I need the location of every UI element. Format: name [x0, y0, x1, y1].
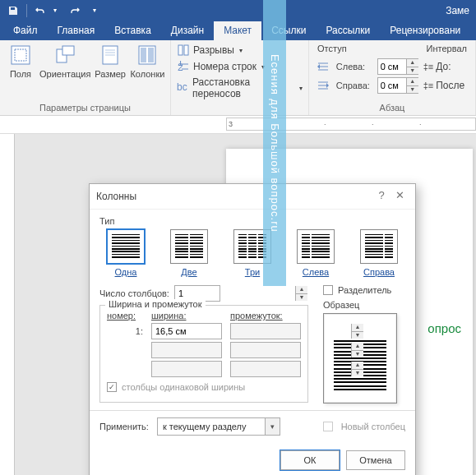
spacing-before-label: ‡≡ До: [423, 61, 467, 72]
separator-checkbox[interactable] [323, 285, 333, 295]
columns-dialog: Колонны ? ✕ Тип Одна Две Три Слева Справ… [89, 183, 416, 475]
tab-insert[interactable]: Вставка [104, 21, 161, 40]
svg-rect-6 [141, 48, 146, 62]
spacing-label: Интервал [427, 44, 467, 53]
preset-one[interactable]: Одна [103, 229, 149, 277]
margins-button[interactable]: Поля [3, 42, 38, 101]
spacing-after-label: ‡≡ После [423, 80, 467, 91]
svg-text:bc: bc [177, 82, 187, 93]
indent-left-label: Слева: [336, 62, 372, 71]
breaks-icon [177, 44, 190, 57]
columns-icon [134, 44, 160, 67]
svg-text:2: 2 [178, 62, 183, 72]
svg-rect-8 [178, 45, 183, 55]
title-bar: ▾ ▾ Заме [0, 0, 476, 21]
tab-file[interactable]: Файл [3, 21, 48, 40]
indent-right-label: Справа: [336, 81, 372, 90]
num-cols-label: Число столбцов: [99, 288, 169, 298]
quick-access-toolbar: ▾ ▾ [7, 4, 101, 17]
svg-rect-3 [62, 46, 74, 55]
sample-label: Образец [323, 300, 405, 310]
new-column-label: Новый столбец [341, 422, 405, 431]
indent-right-icon [317, 81, 331, 90]
tab-design[interactable]: Дизайн [161, 21, 214, 40]
indent-label: Отступ [317, 44, 347, 53]
row2-width-input: ▲▼ [151, 342, 222, 358]
svg-rect-7 [148, 48, 154, 62]
group-page-setup: Поля Ориентация Размер Колонки Параметры… [0, 40, 171, 115]
tab-layout[interactable]: Макет [214, 21, 261, 40]
help-button[interactable]: ? [372, 189, 391, 204]
orientation-icon [52, 44, 78, 67]
ok-button[interactable]: ОК [280, 450, 340, 470]
ruler-vertical[interactable] [0, 134, 15, 475]
preset-row: Одна Две Три Слева Справа [99, 229, 405, 282]
size-button[interactable]: Размер [92, 42, 127, 101]
redo-icon[interactable] [68, 4, 81, 17]
equal-width-checkbox[interactable]: ✓ [107, 382, 117, 392]
group-page-setup-label: Параметры страницы [3, 101, 167, 115]
ribbon-tabs: Файл Главная Вставка Дизайн Макет Ссылки… [0, 21, 476, 40]
undo-icon[interactable] [34, 4, 47, 17]
indent-left-icon [317, 62, 331, 71]
svg-rect-0 [12, 46, 30, 64]
hyphenation-icon: bc [177, 81, 189, 95]
new-column-checkbox [323, 422, 333, 431]
columns-button[interactable]: Колонки [128, 42, 167, 101]
indent-right-input[interactable]: ▲▼ [377, 77, 418, 94]
group-paragraph-label: Абзац [312, 101, 472, 115]
dialog-title: Колонны [96, 191, 372, 202]
apply-combo[interactable]: к текущему разделу ▾ [157, 417, 280, 436]
tab-mailings[interactable]: Рассылки [316, 21, 380, 40]
apply-label: Применить: [99, 422, 149, 431]
equal-width-label: столбцы одинаковой ширины [122, 382, 245, 392]
preset-two[interactable]: Две [166, 229, 212, 277]
hdr-num: номер: [107, 311, 143, 321]
row3-gap-input: ▲▼ [230, 361, 301, 377]
watermark-overlay: Есения для Большой вопрос.ru [263, 0, 286, 286]
orientation-button[interactable]: Ориентация [38, 42, 92, 101]
document-text: опрос [427, 321, 461, 335]
qat-customize-icon[interactable]: ▾ [88, 4, 101, 17]
line-numbers-icon: 12 [177, 60, 190, 73]
hdr-gap: промежуток: [230, 311, 301, 321]
cancel-button[interactable]: Отмена [346, 450, 405, 470]
size-icon [97, 44, 123, 67]
window-title-fragment: Заме [446, 5, 469, 16]
save-icon[interactable] [7, 4, 20, 17]
margins-icon [7, 44, 34, 67]
dialog-titlebar: Колонны ? ✕ [90, 184, 415, 210]
group-paragraph: Отступ Интервал Слева: ▲▼ ‡≡ До: Справа:… [309, 40, 476, 115]
hdr-width: ширина: [151, 311, 222, 321]
row3-width-input: ▲▼ [151, 361, 222, 377]
indent-left-input[interactable]: ▲▼ [377, 58, 418, 75]
tab-review[interactable]: Рецензировани [380, 21, 470, 40]
width-groupbox: Ширина и промежуток номер: ширина: проме… [99, 305, 308, 403]
preset-right[interactable]: Справа [356, 229, 402, 277]
type-label: Тип [99, 216, 405, 226]
group-page-setup-2: Разрывы▾ 12 Номера строк▾ bc Расстановка… [171, 40, 309, 115]
close-button[interactable]: ✕ [391, 189, 409, 204]
chevron-down-icon: ▾ [265, 418, 280, 435]
ribbon: Поля Ориентация Размер Колонки Параметры… [0, 40, 476, 116]
svg-rect-9 [184, 45, 188, 55]
row2-gap-input: ▲▼ [230, 342, 301, 358]
row1-gap-input: ▲▼ [230, 323, 301, 339]
tab-home[interactable]: Главная [48, 21, 105, 40]
preset-left[interactable]: Слева [293, 229, 339, 277]
row1-num: 1: [107, 326, 143, 336]
separator-label: Разделитель [338, 285, 391, 295]
ruler-horizontal[interactable]: 3 · · · · [0, 116, 476, 134]
undo-dropdown-icon[interactable]: ▾ [49, 4, 62, 17]
row1-width-input[interactable]: ▲▼ [151, 323, 222, 339]
